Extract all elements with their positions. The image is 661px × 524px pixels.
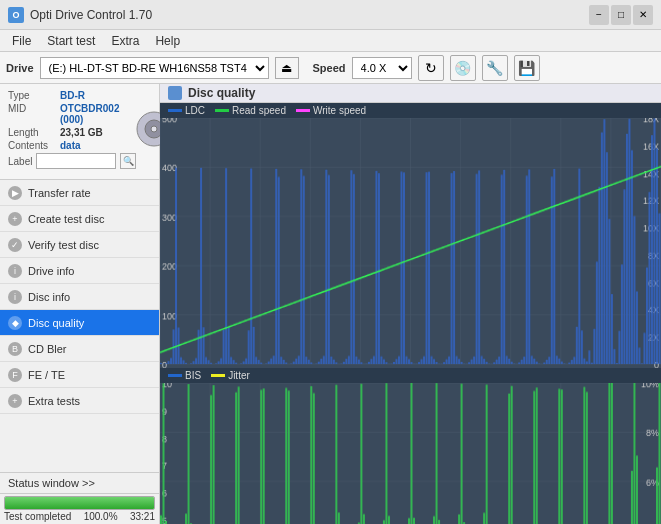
mid-value: OTCBDR002 (000) xyxy=(60,103,136,125)
jitter-label: Jitter xyxy=(228,370,250,381)
status-text: Test completed xyxy=(4,511,71,522)
app-title: Opti Drive Control 1.70 xyxy=(30,8,589,22)
write-label: Write speed xyxy=(313,105,366,116)
nav-verify-test-disc[interactable]: ✓ Verify test disc xyxy=(0,232,159,258)
write-color xyxy=(296,109,310,112)
window-controls: − □ ✕ xyxy=(589,5,653,25)
nav-items: ▶ Transfer rate + Create test disc ✓ Ver… xyxy=(0,180,159,472)
mid-label: MID xyxy=(8,103,60,125)
nav-disc-quality-label: Disc quality xyxy=(28,317,84,329)
progress-bar-fill xyxy=(5,497,154,509)
quality-header: Disc quality xyxy=(160,84,661,103)
refresh-button[interactable]: ↻ xyxy=(418,55,444,81)
speed-label: Speed xyxy=(313,62,346,74)
nav-fe-te[interactable]: F FE / TE xyxy=(0,362,159,388)
top-chart-canvas xyxy=(160,118,661,381)
disc-header: Type BD-R MID OTCBDR002 (000) Length 23,… xyxy=(8,90,151,169)
drive-label: Drive xyxy=(6,62,34,74)
quality-header-icon xyxy=(168,86,182,100)
nav-extra-tests[interactable]: + Extra tests xyxy=(0,388,159,414)
disc-info-text: Type BD-R MID OTCBDR002 (000) Length 23,… xyxy=(8,90,136,169)
eject-button[interactable]: ⏏ xyxy=(275,57,299,79)
status-window-link[interactable]: Status window >> xyxy=(0,472,159,493)
drive-info-icon: i xyxy=(8,264,22,278)
nav-cd-bler[interactable]: B CD Bler xyxy=(0,336,159,362)
ldc-color xyxy=(168,109,182,112)
quality-title: Disc quality xyxy=(188,86,255,100)
disc-panel: Type BD-R MID OTCBDR002 (000) Length 23,… xyxy=(0,84,159,180)
menu-file[interactable]: File xyxy=(4,32,39,50)
legend-ldc: LDC xyxy=(168,105,205,116)
chart-bot-bis: BIS Jitter xyxy=(160,368,661,524)
bot-chart-canvas xyxy=(160,383,661,524)
svg-point-2 xyxy=(151,126,157,132)
burn-button[interactable]: 💿 xyxy=(450,55,476,81)
bis-color xyxy=(168,374,182,377)
disc-info-icon: i xyxy=(8,290,22,304)
progress-percent: 100.0% xyxy=(84,511,118,522)
jitter-color xyxy=(211,374,225,377)
label-search-button[interactable]: 🔍 xyxy=(120,153,136,169)
legend-read: Read speed xyxy=(215,105,286,116)
type-value: BD-R xyxy=(60,90,85,101)
label-label: Label xyxy=(8,156,32,167)
length-label: Length xyxy=(8,127,60,138)
fe-te-icon: F xyxy=(8,368,22,382)
minimize-button[interactable]: − xyxy=(589,5,609,25)
nav-drive-info-label: Drive info xyxy=(28,265,74,277)
chart-top-ldc: LDC Read speed Write speed xyxy=(160,103,661,368)
nav-verify-test-disc-label: Verify test disc xyxy=(28,239,99,251)
progress-area: Test completed 100.0% 33:21 xyxy=(0,493,159,524)
ldc-label: LDC xyxy=(185,105,205,116)
bis-label: BIS xyxy=(185,370,201,381)
nav-cd-bler-label: CD Bler xyxy=(28,343,67,355)
nav-create-test-disc[interactable]: + Create test disc xyxy=(0,206,159,232)
sidebar: Type BD-R MID OTCBDR002 (000) Length 23,… xyxy=(0,84,160,524)
drive-select[interactable]: (E:) HL-DT-ST BD-RE WH16NS58 TST4 xyxy=(40,57,269,79)
nav-disc-info-label: Disc info xyxy=(28,291,70,303)
nav-drive-info[interactable]: i Drive info xyxy=(0,258,159,284)
contents-value: data xyxy=(60,140,81,151)
nav-extra-tests-label: Extra tests xyxy=(28,395,80,407)
charts-area: LDC Read speed Write speed xyxy=(160,103,661,524)
content-area: Disc quality LDC Read speed xyxy=(160,84,661,524)
nav-disc-info[interactable]: i Disc info xyxy=(0,284,159,310)
menubar: File Start test Extra Help xyxy=(0,30,661,52)
create-test-disc-icon: + xyxy=(8,212,22,226)
drivebar: Drive (E:) HL-DT-ST BD-RE WH16NS58 TST4 … xyxy=(0,52,661,84)
titlebar: O Opti Drive Control 1.70 − □ ✕ xyxy=(0,0,661,30)
legend-write: Write speed xyxy=(296,105,366,116)
save-button[interactable]: 💾 xyxy=(514,55,540,81)
settings-button[interactable]: 🔧 xyxy=(482,55,508,81)
progress-footer: Test completed 100.0% 33:21 xyxy=(4,511,155,522)
nav-fe-te-label: FE / TE xyxy=(28,369,65,381)
nav-create-test-disc-label: Create test disc xyxy=(28,213,104,225)
type-label: Type xyxy=(8,90,60,101)
chart-top-legend: LDC Read speed Write speed xyxy=(160,103,661,118)
nav-transfer-rate[interactable]: ▶ Transfer rate xyxy=(0,180,159,206)
close-button[interactable]: ✕ xyxy=(633,5,653,25)
progress-time: 33:21 xyxy=(130,511,155,522)
maximize-button[interactable]: □ xyxy=(611,5,631,25)
menu-starttest[interactable]: Start test xyxy=(39,32,103,50)
two-charts: LDC Read speed Write speed xyxy=(160,103,661,524)
nav-transfer-rate-label: Transfer rate xyxy=(28,187,91,199)
transfer-rate-icon: ▶ xyxy=(8,186,22,200)
contents-label: Contents xyxy=(8,140,60,151)
cd-bler-icon: B xyxy=(8,342,22,356)
read-label: Read speed xyxy=(232,105,286,116)
progress-bar xyxy=(4,496,155,510)
status-window-text: Status window >> xyxy=(8,477,95,489)
extra-tests-icon: + xyxy=(8,394,22,408)
length-value: 23,31 GB xyxy=(60,127,103,138)
speed-select[interactable]: 4.0 X 1.0 X 2.0 X 8.0 X xyxy=(352,57,412,79)
label-input[interactable] xyxy=(36,153,116,169)
app-icon: O xyxy=(8,7,24,23)
menu-help[interactable]: Help xyxy=(147,32,188,50)
menu-extra[interactable]: Extra xyxy=(103,32,147,50)
nav-disc-quality[interactable]: ◆ Disc quality xyxy=(0,310,159,336)
disc-quality-icon: ◆ xyxy=(8,316,22,330)
read-color xyxy=(215,109,229,112)
main-area: Type BD-R MID OTCBDR002 (000) Length 23,… xyxy=(0,84,661,524)
verify-test-disc-icon: ✓ xyxy=(8,238,22,252)
